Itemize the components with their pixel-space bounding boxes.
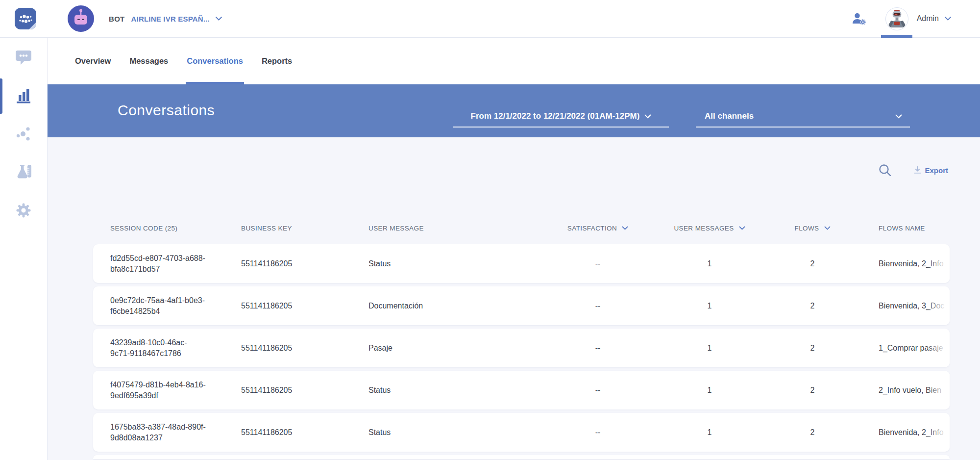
cell-session-code: 0e9c72dc-75aa-4af1-b0e3-f6cbe14825b4 [110, 295, 206, 316]
cell-business-key: 551141186205 [241, 302, 368, 310]
user-menu-chevron-down-icon[interactable] [944, 16, 952, 21]
cell-user-message: Pasaje [368, 344, 544, 353]
bot-selector[interactable]: AIRLINE IVR ESPAÑ... [131, 15, 210, 23]
bar-chart-icon [15, 86, 32, 105]
cell-satisfaction: -- [544, 386, 652, 395]
cell-business-key: 551141186205 [241, 428, 368, 437]
cell-flows: 2 [767, 259, 858, 268]
chevron-down-icon [895, 114, 902, 119]
user-avatar[interactable] [885, 7, 908, 30]
sort-chevron-down-icon[interactable] [622, 226, 628, 230]
table-row[interactable]: 1675ba83-a387-48ad-890f-9d8d08aa12375511… [93, 413, 950, 452]
channels-filter[interactable]: All channels [696, 111, 910, 128]
sidebar-item-connections[interactable] [12, 122, 35, 146]
export-button[interactable]: Export [914, 166, 948, 175]
table-row[interactable]: fd2d55cd-e807-4703-a688-bfa8c171bd575511… [93, 244, 950, 283]
cell-session-code: f4075479-d81b-4eb4-8a16-9edf695a39df [110, 380, 206, 401]
table-row-partial[interactable] [93, 455, 950, 459]
search-icon [878, 163, 892, 178]
search-button[interactable] [878, 163, 892, 178]
sidebar-item-testing[interactable] [12, 160, 35, 184]
add-user-icon[interactable] [851, 12, 867, 26]
cell-session-code: 43239ad8-10c0-46ac-9c71-9118467c1786 [110, 337, 206, 358]
date-range-value: From 12/1/2022 to 12/21/2022 (01AM-12PM) [471, 111, 640, 121]
cell-flows-name: Bienvenida, 3_Doc [858, 286, 950, 325]
table-row[interactable]: 43239ad8-10c0-46ac-9c71-9118467c17865511… [93, 329, 950, 367]
cell-user-messages: 1 [652, 344, 767, 353]
chevron-down-icon [644, 114, 651, 119]
date-range-filter[interactable]: From 12/1/2022 to 12/21/2022 (01AM-12PM) [453, 111, 669, 128]
column-header-label: FLOWS [794, 225, 819, 232]
app-logo-icon [15, 8, 36, 29]
cell-flows-name: 1_Comprar pasaje [858, 329, 950, 367]
cell-flows-name: Bienvenida, 2_Info [858, 413, 950, 452]
table-body: fd2d55cd-e807-4703-a688-bfa8c171bd575511… [93, 244, 950, 452]
cell-flows: 2 [767, 428, 858, 437]
cell-business-key: 551141186205 [241, 386, 368, 395]
cell-satisfaction: -- [544, 302, 652, 310]
cell-user-message: Status [368, 428, 544, 437]
table-row[interactable]: f4075479-d81b-4eb4-8a16-9edf695a39df5511… [93, 371, 950, 409]
cell-user-message: Status [368, 386, 544, 395]
cell-satisfaction: -- [544, 428, 652, 437]
bot-avatar[interactable] [68, 5, 94, 32]
tab-messages[interactable]: Messages [129, 38, 168, 84]
cell-flows: 2 [767, 302, 858, 310]
cell-flows-name: 2_Info vuelo, Bien [858, 371, 950, 409]
cell-session-code: fd2d55cd-e807-4703-a688-bfa8c171bd57 [110, 253, 206, 274]
column-header[interactable]: FLOWS [767, 225, 858, 232]
top-bar-right: Admin [851, 0, 952, 38]
cell-user-message: Documentación [368, 302, 544, 310]
download-icon [914, 166, 921, 174]
column-header: BUSINESS KEY [241, 225, 368, 232]
cell-user-messages: 1 [652, 302, 767, 310]
page-title: Conversations [118, 102, 215, 119]
column-header[interactable]: USER MESSAGES [652, 225, 767, 232]
robot-avatar-icon [886, 8, 908, 30]
user-menu[interactable]: Admin [917, 14, 939, 23]
cell-user-messages: 1 [652, 386, 767, 395]
table-row[interactable]: 0e9c72dc-75aa-4af1-b0e3-f6cbe14825b45511… [93, 286, 950, 325]
cell-flows-name: Bienvenida, 2_Info [858, 244, 950, 283]
column-header: SESSION CODE (25) [110, 225, 241, 232]
main-area: Overview Messages Conversations Reports … [48, 38, 980, 460]
cell-user-message: Status [368, 259, 544, 268]
tab-overview[interactable]: Overview [75, 38, 111, 84]
column-header-label: USER MESSAGE [368, 225, 424, 232]
cell-session-code: 1675ba83-a387-48ad-890f-9d8d08aa1237 [110, 422, 206, 443]
tab-reports[interactable]: Reports [262, 38, 292, 84]
tab-bar: Overview Messages Conversations Reports [48, 38, 980, 84]
gear-icon [14, 201, 33, 220]
cell-flows: 2 [767, 344, 858, 353]
table-toolbar: Export [93, 160, 950, 180]
chat-icon [14, 49, 33, 66]
sort-chevron-down-icon[interactable] [739, 226, 745, 230]
app: BOT AIRLINE IVR ESPAÑ... [0, 0, 980, 460]
column-header-label: BUSINESS KEY [241, 225, 292, 232]
app-logo[interactable] [15, 8, 36, 29]
sort-chevron-down-icon[interactable] [824, 226, 831, 230]
sidebar [0, 38, 48, 460]
sidebar-item-analytics[interactable] [12, 84, 35, 107]
sidebar-item-chat[interactable] [12, 46, 35, 69]
page-header-band: Conversations From 12/1/2022 to 12/21/20… [48, 84, 980, 137]
table-header: SESSION CODE (25)BUSINESS KEYUSER MESSAG… [93, 218, 950, 238]
column-header: FLOWS NAME [858, 225, 950, 232]
column-header[interactable]: SATISFACTION [544, 225, 652, 232]
cell-flows: 2 [767, 386, 858, 395]
cell-business-key: 551141186205 [241, 259, 368, 268]
sidebar-active-indicator [0, 78, 2, 114]
channels-value: All channels [705, 111, 754, 121]
tab-conversations[interactable]: Conversations [187, 38, 243, 84]
user-avatar-wrap [885, 0, 908, 38]
top-bar: BOT AIRLINE IVR ESPAÑ... [0, 0, 980, 38]
lab-testing-icon [13, 163, 34, 181]
connections-icon [15, 126, 32, 142]
column-header-label: FLOWS NAME [879, 225, 925, 232]
cell-satisfaction: -- [544, 259, 652, 268]
column-header-label: SATISFACTION [567, 225, 617, 232]
cell-user-messages: 1 [652, 259, 767, 268]
sidebar-item-settings[interactable] [12, 199, 35, 222]
bot-selector-chevron-down-icon[interactable] [215, 16, 222, 21]
column-header-label: SESSION CODE (25) [110, 225, 177, 232]
